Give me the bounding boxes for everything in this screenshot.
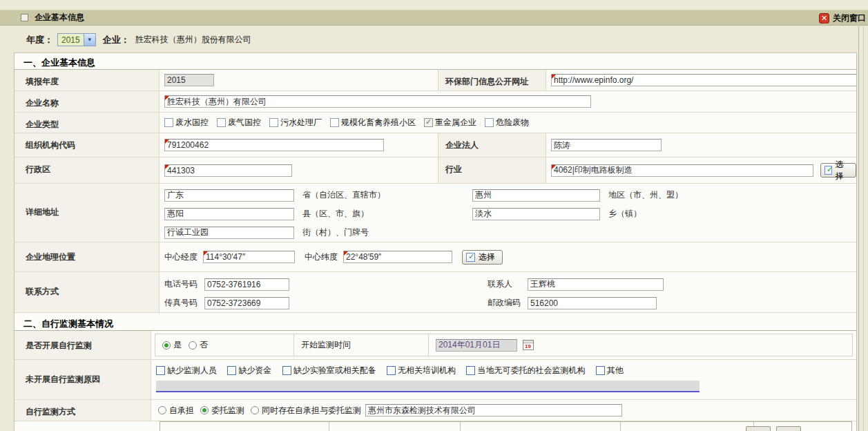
calendar-icon[interactable] [523,340,534,350]
legal-person-label: 企业法人 [438,133,546,157]
year-label: 年度： [26,34,53,46]
org-code-input[interactable] [164,139,384,151]
checkbox-lack-lab[interactable]: 缺少实验室或相关配备 [282,365,376,376]
select-button-label: 选择 [836,159,849,182]
option-label: 当地无可委托的社会监测机构 [477,365,585,376]
bottom-table-button[interactable] [746,426,771,431]
checkbox-icon[interactable] [269,118,278,127]
latitude-input[interactable] [343,251,452,263]
province-input[interactable] [164,189,294,202]
checkbox-icon[interactable] [156,366,165,375]
industry-cell: 选择 [546,157,856,183]
option-label: 自承担 [169,405,194,416]
row-no-monitoring-reason: 未开展自行监测原因 缺少监测人员 缺少资金 缺少实验室或相关配备 无相关培训机构 [15,360,856,400]
company-name-cell [160,91,856,112]
company-type-cell: 废水国控 废气国控 污水处理厂 规模化畜禽养殖小区 重金属企业 危险废物 [160,113,856,133]
window-icon [21,14,28,21]
radio-yes[interactable]: 是 [162,339,182,351]
contact-person-label: 联系人 [488,278,522,290]
window-title: 企业基本信息 [35,12,84,23]
checkbox-icon[interactable] [330,118,339,127]
bottom-table-button[interactable] [776,426,801,431]
region-code-cell [160,157,438,183]
province-suffix: 省（自治区、直辖市） [302,189,472,201]
monitoring-agency-input[interactable] [365,404,622,416]
zip-input[interactable] [528,297,657,309]
checkbox-wastegas-national-control[interactable]: 废气国控 [217,117,261,128]
radio-icon[interactable] [200,406,209,414]
chevron-down-icon[interactable]: ▼ [84,34,95,46]
year-select[interactable]: 2015 ▼ [57,33,96,46]
checkbox-icon[interactable] [424,118,433,127]
checkbox-icon[interactable] [282,366,291,375]
checkbox-wastewater-national-control[interactable]: 废水国控 [164,117,209,128]
checkbox-icon[interactable] [466,366,475,375]
address-cell: 省（自治区、直辖市） 地区（市、州、盟） 县（区、市、旗） 乡（镇） 街（村）、… [160,184,856,242]
industry-select-button[interactable]: 选择 [820,163,856,178]
longitude-input[interactable] [203,251,295,263]
location-select-button[interactable]: 选择 [462,250,503,265]
form-panel: 一、企业基本信息 填报年度 环保部门信息公开网址 企业名称 企业类型 废水国控 … [14,52,857,431]
reason-checkbox-line: 缺少监测人员 缺少资金 缺少实验室或相关配备 无相关培训机构 当地无可委托的社会… [156,365,856,377]
industry-input[interactable] [551,164,813,177]
close-window-button[interactable]: ✕ 关闭窗口 [819,12,866,24]
checkbox-icon[interactable] [164,118,173,127]
select-button-label: 选择 [479,251,495,263]
address-line-street: 街（村）、门牌号 [164,223,856,242]
checkbox-sewage-plant[interactable]: 污水处理厂 [269,117,322,128]
start-time-input[interactable] [436,339,517,352]
radio-icon[interactable] [162,341,171,349]
contact-cell: 电话号码 联系人 传真号码 邮政编码 [160,272,856,312]
radio-icon[interactable] [189,341,197,349]
contact-person-input[interactable] [528,278,664,291]
fax-input[interactable] [204,297,289,309]
checkbox-livestock-area[interactable]: 规模化畜禽养殖小区 [330,117,416,128]
street-suffix: 街（村）、门牌号 [302,227,472,238]
county-input[interactable] [164,208,294,220]
checkbox-icon[interactable] [217,118,226,127]
self-monitoring-radio-cell: 是 否 [155,334,293,356]
radio-icon[interactable] [158,406,166,414]
checkbox-no-training-org[interactable]: 无相关培训机构 [387,365,456,376]
radio-self-undertake[interactable]: 自承担 [158,405,194,416]
close-icon[interactable]: ✕ [819,13,829,23]
checkbox-no-local-agency[interactable]: 当地无可委托的社会监测机构 [466,365,585,376]
bottom-table [160,421,852,431]
radio-commissioned[interactable]: 委托监测 [200,405,244,416]
checkbox-icon[interactable] [227,366,236,375]
checkbox-lack-personnel[interactable]: 缺少监测人员 [156,365,217,376]
checkbox-other-reason[interactable]: 其他 [596,365,624,376]
radio-no[interactable]: 否 [189,339,208,351]
filling-year-input[interactable] [164,74,214,86]
checkbox-icon[interactable] [485,118,494,127]
region-code-input[interactable] [164,164,292,177]
option-label: 重金属企业 [435,117,476,128]
town-input[interactable] [472,208,600,220]
radio-icon[interactable] [251,406,259,414]
epinfo-url-label: 环保部门信息公开网址 [438,70,546,90]
other-reason-input[interactable] [156,381,700,392]
option-label: 废水国控 [175,117,209,128]
checkbox-hazardous-waste[interactable]: 危险废物 [485,117,529,128]
radio-both-methods[interactable]: 同时存在自承担与委托监测 [251,405,361,416]
row-org-code: 组织机构代码 企业法人 [15,133,856,157]
longitude-label: 中心经度 [164,251,197,263]
checkbox-icon[interactable] [596,366,605,375]
legal-person-input[interactable] [551,139,662,151]
option-label: 同时存在自承担与委托监测 [262,405,361,416]
epinfo-url-input[interactable] [551,74,857,86]
city-input[interactable] [472,189,600,202]
company-name-input[interactable] [164,95,591,108]
row-self-monitoring: 是否开展自行监测 是 否 开始监测时间 [15,331,856,360]
checkbox-icon[interactable] [387,366,396,375]
checkbox-lack-funds[interactable]: 缺少资金 [227,365,271,376]
window-frame-line [863,26,864,431]
monitoring-method-label: 自行监测方式 [15,400,151,421]
bottom-table-cell [461,422,621,431]
row-filling-year: 填报年度 环保部门信息公开网址 [15,70,856,91]
county-suffix: 县（区、市、旗） [302,208,472,220]
street-input[interactable] [164,227,294,239]
phone-input[interactable] [204,278,289,291]
filling-year-cell [160,70,438,90]
checkbox-heavy-metal[interactable]: 重金属企业 [424,117,476,128]
